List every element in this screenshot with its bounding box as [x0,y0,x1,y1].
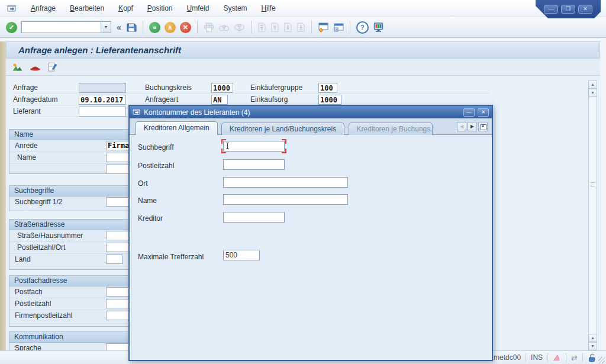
notes-icon[interactable] [47,62,57,72]
new-session-icon[interactable] [318,22,329,33]
anfrageart-field[interactable] [211,95,228,105]
first-page-icon[interactable] [257,22,266,32]
scrollbar-track[interactable] [588,97,597,334]
command-input[interactable] [22,22,101,33]
tab-kreditoren-buchungskreis[interactable]: Kreditoren je Buchungs... [349,123,433,135]
menu-kopf[interactable]: Kopf [118,4,133,12]
focus-corner [221,139,226,144]
einkaeufergruppe-field[interactable] [318,83,337,93]
help-icon[interactable]: ? [356,21,369,34]
dialog-name-field[interactable] [223,194,348,205]
suchbegriff-field-wrap [223,141,285,152]
menu-system[interactable]: System [224,4,247,12]
minimize-button[interactable]: — [544,5,558,14]
data-transfer-icon[interactable]: ⇄ [571,353,578,362]
suchbegriff-label: Suchbegriff [138,143,174,153]
previous-page-icon[interactable] [270,22,279,32]
suchbegriff-field[interactable] [223,141,285,152]
resize-grip[interactable] [598,357,605,363]
kreditor-field[interactable] [223,212,285,223]
lieferant-field[interactable] [79,107,126,117]
ort-label: Ort [138,179,148,189]
close-button[interactable]: ✕ [578,5,592,14]
dialog-minimize-button[interactable]: — [463,108,475,117]
scrollbar-grip[interactable] [591,182,595,186]
find-next-icon[interactable] [234,23,245,32]
dialog-body: Suchbegriff Postleitzahl Ort Name Kredit… [130,135,492,360]
maximize-button[interactable]: ❐ [561,5,575,14]
last-page-icon[interactable] [296,22,305,32]
system-menu-icon[interactable] [7,5,17,12]
tab-kreditoren-allgemein[interactable]: Kreditoren Allgemein [136,121,218,135]
back-icon[interactable]: « [149,22,160,33]
window-controls: — ❐ ✕ [536,0,601,18]
vendor-search-dialog: Kontonummer des Lieferanten (4) — ✕ Kred… [128,105,493,361]
menu-umfeld[interactable]: Umfeld [187,4,209,12]
menu-hilfe[interactable]: Hilfe [262,4,276,12]
print-icon[interactable] [204,22,214,32]
focus-corner [282,149,286,153]
enter-check-icon[interactable]: ✓ [6,22,17,33]
save-icon[interactable] [127,22,137,33]
postfach-plz-label: Postleitzahl [15,299,51,309]
dialog-titlebar[interactable]: Kontonummer des Lieferanten (4) — ✕ [130,106,492,118]
postleitzahl-label: Postleitzahl [138,161,174,171]
anfrageart-label: Anfrageart [145,95,178,105]
overview-icon[interactable] [12,63,23,72]
toolbar-separator [350,21,350,34]
find-icon[interactable] [218,23,230,32]
status-right: zmetdc00 INS ⇄ [490,351,597,364]
postfach-label: Postfach [15,287,43,297]
next-page-icon[interactable] [283,22,292,32]
scroll-up-icon[interactable]: ▲ [588,334,597,342]
sap-window: Anfrage Bearbeiten Kopf Position Umfeld … [0,0,606,364]
toolbar-separator [143,21,143,34]
tab-scroll-right-icon[interactable]: ▶ [468,122,477,131]
sprache-label: Sprache [15,343,41,350]
strasse-label: Straße/Hausnummer [17,231,83,241]
postleitzahl-field[interactable] [223,159,285,170]
einkaufsorg-field[interactable] [318,95,341,105]
scroll-up-icon[interactable]: ▲ [588,80,597,89]
toolbar-separator [311,21,312,34]
menu-anfrage[interactable]: Anfrage [31,4,56,12]
system-id: zmetdc00 [490,353,521,362]
shortcut-icon[interactable] [333,23,344,32]
menu-position[interactable]: Position [147,4,173,12]
unlock-icon[interactable] [588,353,597,362]
focus-corner [221,149,226,153]
ort-field[interactable] [223,177,348,188]
exit-icon[interactable]: ∧ [165,22,176,33]
status-separator [582,353,583,362]
name-label: Name [17,153,36,163]
layout-icon[interactable] [373,22,384,33]
scroll-down-icon[interactable]: ▼ [588,342,597,350]
max-trefferzahl-field[interactable] [223,250,260,260]
anfragedatum-field[interactable] [79,95,126,105]
focus-corner [282,139,286,144]
menu-bearbeiten[interactable]: Bearbeiten [70,4,104,12]
tab-kreditoren-land-buchungskreis[interactable]: Kreditoren je Land/Buchungskreis [221,123,344,135]
window-edge-strip [0,41,6,350]
einkaufsorg-label: Einkaufsorg [250,95,288,105]
header-data-icon[interactable] [30,63,41,71]
cancel-icon[interactable]: ✕ [180,22,191,33]
text-cursor [227,143,228,149]
toolbar-separator [197,21,198,34]
buchungskreis-field[interactable] [211,83,233,93]
dialog-close-button[interactable]: ✕ [478,108,489,117]
anfrage-field[interactable] [79,83,126,93]
scroll-down-icon[interactable]: ▼ [588,89,597,97]
vertical-scrollbar: ▲ ▼ ▲ ▼ [588,80,597,350]
anfrage-label: Anfrage [13,83,38,93]
menu-bar: Anfrage Bearbeiten Kopf Position Umfeld … [0,0,606,17]
lieferant-label: Lieferant [13,107,41,117]
collapse-icon[interactable]: « [115,22,123,32]
tab-list-icon[interactable] [478,122,488,131]
dropdown-icon[interactable]: ▼ [101,22,111,33]
land-field[interactable] [106,255,123,264]
tab-scroll-left-icon[interactable]: ◀ [457,122,466,131]
performance-icon[interactable] [553,354,561,361]
insert-mode: INS [531,353,543,362]
screen-title-bar: Anfrage anlegen : Lieferantenanschrift [6,41,600,59]
